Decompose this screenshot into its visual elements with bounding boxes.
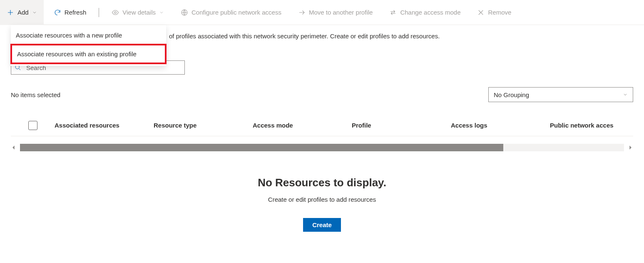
menu-item-existing-profile[interactable]: Associate resources with an existing pro…	[10, 44, 167, 64]
arrow-right-icon	[298, 9, 306, 16]
swap-icon	[389, 9, 397, 16]
plus-icon	[7, 9, 14, 16]
remove-button: Remove	[470, 0, 518, 25]
view-details-button: View details	[105, 0, 171, 25]
menu-item-new-profile[interactable]: Associate resources with a new profile	[11, 27, 166, 44]
remove-label: Remove	[488, 9, 511, 16]
horizontal-scrollbar[interactable]	[11, 144, 633, 151]
configure-label: Configure public network access	[191, 9, 281, 16]
grid-header: Associated resources Resource type Acces…	[11, 115, 633, 136]
selection-status: No items selected	[11, 91, 60, 98]
change-access-mode-button: Change access mode	[383, 0, 467, 25]
grouping-select[interactable]: No Grouping	[488, 87, 633, 102]
empty-state: No Resources to display. Create or edit …	[0, 176, 644, 232]
create-button[interactable]: Create	[303, 218, 341, 232]
refresh-button[interactable]: Refresh	[47, 0, 93, 25]
scroll-left-arrow[interactable]	[11, 145, 17, 150]
eye-icon	[112, 9, 119, 16]
col-resource-type[interactable]: Resource type	[154, 122, 253, 129]
refresh-button-label: Refresh	[65, 9, 87, 16]
change-mode-label: Change access mode	[400, 9, 460, 16]
scroll-thumb[interactable]	[20, 144, 503, 151]
col-associated-resources[interactable]: Associated resources	[55, 122, 154, 129]
col-access-mode[interactable]: Access mode	[253, 122, 352, 129]
chevron-down-icon	[623, 92, 628, 97]
add-dropdown-menu: Associate resources with a new profile A…	[11, 25, 166, 66]
col-public-network[interactable]: Public network acces	[550, 122, 633, 129]
view-details-label: View details	[122, 9, 156, 16]
empty-subtitle: Create or edit profiles to add resources	[0, 196, 644, 203]
chevron-down-icon	[159, 10, 164, 15]
col-access-logs[interactable]: Access logs	[451, 122, 550, 129]
empty-title: No Resources to display.	[0, 176, 644, 189]
command-bar: Add Refresh View details Configure publi…	[0, 0, 644, 25]
add-button-label: Add	[17, 9, 29, 16]
toolbar-separator	[99, 8, 99, 17]
move-label: Move to another profile	[309, 9, 373, 16]
status-row: No items selected No Grouping	[11, 87, 633, 102]
configure-public-network-button: Configure public network access	[174, 0, 288, 25]
grouping-selected-label: No Grouping	[494, 91, 529, 98]
move-profile-button: Move to another profile	[291, 0, 379, 25]
select-all-checkbox[interactable]	[28, 121, 37, 130]
refresh-icon	[54, 9, 61, 16]
svg-point-0	[114, 11, 117, 13]
scroll-track[interactable]	[20, 144, 624, 151]
page-description-text: of profiles associated with this network…	[169, 33, 440, 40]
scroll-right-arrow[interactable]	[627, 145, 633, 150]
select-all-cell	[11, 121, 55, 130]
chevron-down-icon	[32, 10, 37, 15]
close-icon	[477, 9, 485, 16]
col-profile[interactable]: Profile	[352, 122, 451, 129]
add-button[interactable]: Add	[0, 0, 44, 25]
globe-icon	[181, 9, 188, 16]
